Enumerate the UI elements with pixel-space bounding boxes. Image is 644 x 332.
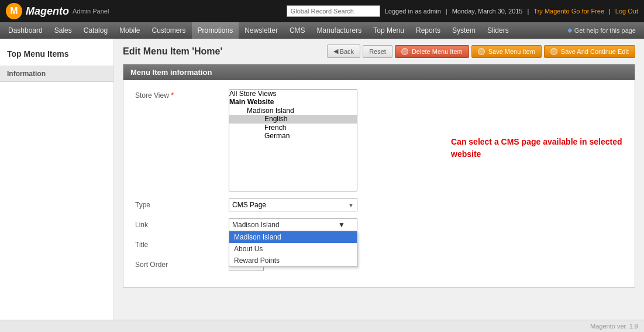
link-label: Link (135, 218, 229, 229)
nav-customers[interactable]: Customers (146, 22, 191, 39)
logout-link[interactable]: Log Out (615, 8, 638, 15)
type-label: Type (135, 198, 229, 209)
back-button[interactable]: ◀ Back (327, 45, 360, 58)
type-select[interactable]: CMS Page URL (229, 198, 357, 211)
navbar: Dashboard Sales Catalog Mobile Customers… (0, 22, 644, 39)
reset-button[interactable]: Reset (363, 45, 392, 58)
header: M Magento Admin Panel Logged in as admin… (0, 0, 644, 22)
sv-option-french[interactable]: French (229, 124, 357, 132)
magento-logo-icon: M (6, 3, 22, 19)
date-info: Monday, March 30, 2015 (452, 8, 523, 15)
nav-manufacturers[interactable]: Manufacturers (311, 22, 368, 39)
logo-sub: Admin Panel (73, 8, 109, 15)
link-option-madison-island-selected[interactable]: Madison Island (229, 231, 357, 243)
title-label: Title (135, 238, 229, 249)
sort-order-label: Sort Order (135, 258, 229, 269)
menu-item-section: Menu Item information Store View * (123, 64, 635, 287)
type-select-wrapper: CMS Page URL (229, 198, 357, 211)
link-select-display[interactable]: Madison Island ▼ (229, 218, 357, 231)
content-area: Edit Menu Item 'Home' ◀ Back Reset Delet… (114, 39, 644, 332)
link-dropdown: Madison Island About Us Reward Points (229, 231, 357, 267)
sv-option-all[interactable]: All Store Views (229, 90, 357, 98)
required-marker: * (171, 91, 174, 100)
action-buttons: ◀ Back Reset Delete Menu Item Save Menu … (327, 45, 635, 58)
try-magento-link[interactable]: Try Magento Go for Free (533, 8, 604, 15)
cms-page-info: Can select a CMS page available in selec… (451, 136, 622, 278)
sidebar-section-information[interactable]: Information (0, 66, 113, 82)
page-header: Edit Menu Item 'Home' ◀ Back Reset Delet… (123, 45, 635, 58)
save-continue-icon (550, 48, 557, 55)
footer-text: Magento ver. 1.9 (590, 323, 638, 330)
help-text: Get help for this page (574, 27, 636, 34)
nav-help[interactable]: ◆ Get help for this page (562, 26, 642, 34)
save-menu-item-button[interactable]: Save Menu Item (471, 45, 542, 58)
link-row: Link Madison Island ▼ Madison Island (135, 218, 428, 231)
nav-newsletter[interactable]: Newsletter (239, 22, 284, 39)
form-area: Store View * All Store Views Main Websit… (135, 89, 428, 278)
section-content: Store View * All Store Views Main Websit… (135, 89, 623, 278)
separator: | (446, 8, 447, 15)
section-body: Store View * All Store Views Main Websit… (123, 80, 635, 287)
header-right: Logged in as admin | Monday, March 30, 2… (287, 5, 638, 17)
nav-sales[interactable]: Sales (49, 22, 78, 39)
global-search-input[interactable] (287, 5, 380, 17)
separator3: | (609, 8, 611, 15)
sv-option-main-website[interactable]: Main Website (229, 98, 357, 106)
nav-promotions[interactable]: Promotions (192, 22, 239, 39)
save-icon (478, 48, 485, 55)
back-arrow-icon: ◀ (333, 47, 338, 55)
separator2: | (528, 8, 529, 15)
store-view-label: Store View * (135, 89, 229, 100)
store-view-select[interactable]: All Store Views Main Website Madison Isl… (229, 89, 357, 191)
nav-sliders[interactable]: Sliders (481, 22, 515, 39)
link-option-about-us[interactable]: About Us (229, 243, 357, 255)
nav-top-menu[interactable]: Top Menu (367, 22, 410, 39)
link-option-reward-points[interactable]: Reward Points (229, 255, 357, 266)
delete-menu-item-button[interactable]: Delete Menu Item (395, 45, 469, 58)
sidebar-title: Top Menu Items (0, 45, 113, 66)
link-selected-value: Madison Island (232, 221, 280, 229)
type-field: CMS Page URL (229, 198, 428, 211)
page-title: Edit Menu Item 'Home' (123, 46, 222, 57)
user-info: Logged in as admin (385, 8, 441, 15)
logo-text: Magento (26, 5, 69, 18)
nav-cms[interactable]: CMS (284, 22, 311, 39)
delete-icon (401, 48, 408, 55)
nav-reports[interactable]: Reports (410, 22, 446, 39)
link-field: Madison Island ▼ Madison Island About Us… (229, 218, 428, 231)
nav-catalog[interactable]: Catalog (78, 22, 113, 39)
link-arrow-icon: ▼ (338, 221, 345, 229)
nav-dashboard[interactable]: Dashboard (2, 22, 49, 39)
save-continue-button[interactable]: Save And Continue Edit (544, 45, 635, 58)
sv-option-english[interactable]: English (229, 115, 357, 123)
section-header: Menu Item information (123, 64, 635, 80)
store-view-row: Store View * All Store Views Main Websit… (135, 89, 428, 191)
nav-mobile[interactable]: Mobile (113, 22, 146, 39)
nav-system[interactable]: System (446, 22, 481, 39)
link-dropdown-container: Madison Island ▼ Madison Island About Us… (229, 218, 357, 231)
logo-area: M Magento Admin Panel (6, 3, 109, 19)
main-wrapper: Top Menu Items Information Edit Menu Ite… (0, 39, 644, 332)
sidebar: Top Menu Items Information (0, 39, 114, 332)
sv-option-madison-island[interactable]: Madison Island (229, 107, 357, 115)
store-view-field: All Store Views Main Website Madison Isl… (229, 89, 428, 191)
footer-bar: Magento ver. 1.9 (0, 320, 644, 332)
type-row: Type CMS Page URL (135, 198, 428, 211)
sv-option-german[interactable]: German (229, 132, 357, 140)
